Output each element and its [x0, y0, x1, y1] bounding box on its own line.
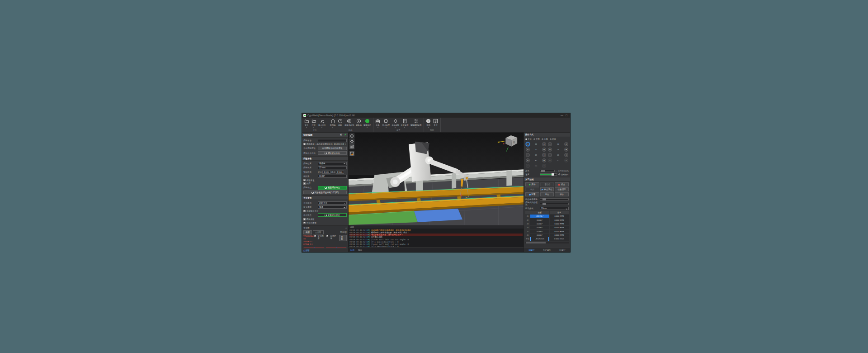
torch-mode-slider[interactable] — [540, 203, 569, 205]
tab-io-monitor[interactable]: IO监控 — [555, 249, 570, 251]
mode-tool[interactable]: 工具 — [542, 138, 548, 140]
toolbar-help-button[interactable]: ? 帮助 — [425, 118, 432, 129]
auto-extract-button[interactable]: 自动提取当前特征焊道 — [318, 147, 347, 150]
jog-plus-button[interactable]: + — [542, 158, 546, 162]
expand-icon[interactable]: ⛶ — [345, 226, 347, 229]
tab-pointcloud[interactable]: 点云图 — [313, 230, 324, 234]
toolbar-vision-status-button[interactable]: 视觉状态 — [363, 118, 372, 129]
task-lock-button[interactable]: 任务锁定 — [555, 187, 569, 191]
view-button[interactable]: 查看 — [339, 235, 347, 241]
confirm-icon[interactable]: ✓ — [344, 133, 347, 137]
tab-3d-view[interactable]: 3D视图 — [340, 231, 347, 234]
start-button[interactable]: 开始 — [525, 182, 539, 186]
toolbar-about-button[interactable]: 关于 — [432, 118, 439, 129]
motion-step-select[interactable]: 10mm — [540, 207, 569, 210]
single-step-button[interactable]: 单步 — [525, 187, 539, 191]
seam-length-input[interactable]: 25 mm — [318, 166, 347, 169]
log-lines[interactable]: 09/28 09:42:52[LM] 自动提取当前特征焊道成功，焊缝名称匹配成功… — [349, 229, 524, 247]
section-toggle-icon[interactable] — [303, 222, 306, 224]
start-direction-button[interactable]: 焊接起点方向 — [318, 151, 347, 155]
home-button[interactable]: 回零 — [525, 192, 539, 196]
checkbox-icon[interactable] — [303, 179, 306, 181]
seam-position-select[interactable]: 平焊缝 — [318, 162, 347, 165]
maximize-button[interactable]: □ — [564, 114, 569, 117]
jog-plus-button[interactable]: + — [542, 164, 546, 168]
locate-params-section-header[interactable]: 寻位参数 — [302, 196, 348, 200]
jog-minus-button[interactable]: − — [548, 148, 552, 152]
checkbox-icon[interactable] — [314, 235, 316, 237]
measure-button[interactable] — [349, 151, 354, 156]
jog-minus-button[interactable]: − — [526, 158, 530, 162]
slider-thumb[interactable] — [542, 203, 546, 205]
jog-plus-button[interactable]: + — [542, 153, 546, 157]
locate-mode-select[interactable]: 起始寻位 — [318, 201, 347, 205]
update-waypoints-button[interactable]: 更新焊接路点 — [318, 186, 347, 190]
jog-plus-button[interactable]: + — [564, 153, 568, 157]
reset-button[interactable]: 复位 — [540, 192, 554, 196]
collapsed-positioner-params[interactable]: 变位机参数 — [302, 222, 348, 224]
multi-pass-checkbox-row[interactable]: 多层多道 — [302, 179, 348, 181]
slider-thumb[interactable] — [542, 198, 546, 200]
speed-slider[interactable] — [540, 173, 557, 176]
jog-plus-button[interactable]: + — [542, 148, 546, 152]
jog-plus-button[interactable]: + — [542, 142, 546, 146]
tab-tcp-monitor[interactable]: TCP监控 — [539, 249, 555, 251]
collapsed-weld-params[interactable]: 焊接参数 — [302, 218, 348, 220]
toolbar-file-button[interactable]: 文件 — [303, 118, 310, 129]
pause-button[interactable]: 暂停 — [540, 182, 554, 186]
seam-name-input[interactable] — [318, 139, 347, 142]
weave-checkbox-row[interactable]: 摆焊 — [302, 182, 348, 185]
jog-minus-button[interactable]: − — [526, 164, 530, 168]
viewport-3d[interactable]: 前 — [349, 133, 524, 225]
jog-minus-button[interactable]: − — [548, 142, 552, 146]
sync-update-button[interactable]: 同步更新焊道编号“1/2”(F5) — [303, 191, 347, 194]
camera-view-button[interactable] — [349, 144, 354, 149]
mode-base[interactable]: 基座 — [550, 138, 556, 140]
camera-preview-left[interactable] — [303, 247, 325, 248]
toolbar-camera-button[interactable]: 相机 — [336, 118, 344, 129]
monitor-hscrollbar[interactable] — [525, 242, 569, 243]
toolbar-global-params-button[interactable]: 全局参数 — [391, 118, 400, 129]
toolbar-torch-button[interactable]: 焊枪器 — [355, 118, 363, 129]
joint-type-select[interactable]: 角缝 — [318, 205, 347, 209]
checkbox-icon[interactable] — [303, 210, 306, 212]
jog-plus-button[interactable]: + — [564, 148, 568, 152]
section-toggle-icon[interactable] — [303, 218, 306, 220]
slider-thumb[interactable] — [552, 173, 554, 176]
weld-params-section-header[interactable]: 焊缝参数 — [302, 156, 348, 161]
axis-position-value[interactable]: -3.525 mm — [530, 237, 549, 240]
mode-world[interactable]: 世界 — [533, 138, 540, 140]
step-slider[interactable] — [540, 170, 555, 172]
jog-minus-button[interactable]: − — [548, 158, 552, 162]
close-icon[interactable]: ✕ — [340, 133, 342, 137]
checkbox-icon[interactable] — [303, 143, 306, 145]
jog-plus-button[interactable]: + — [564, 142, 568, 146]
limit-locate-checkbox-row[interactable]: 多次限位寻位 — [302, 210, 348, 212]
toolbar-assist-params-button[interactable]: 编程辅助参数 — [410, 118, 423, 129]
jog-minus-button[interactable]: − — [548, 153, 552, 157]
toolbar-import-part-button[interactable]: 导入工件 — [317, 118, 327, 129]
jog-minus-button[interactable]: − — [526, 148, 530, 152]
preview-bottom-tab[interactable]: 点云图 — [302, 249, 348, 252]
toolbar-tools-button[interactable]: 工具 — [374, 118, 382, 129]
toolbar-torch-init-button[interactable]: 焊枪初始化 — [344, 118, 355, 129]
mode-joint[interactable]: 关节 — [525, 138, 532, 140]
toolbar-process-params-button[interactable]: 工艺参数 — [400, 118, 410, 129]
save-button[interactable]: 保存 — [555, 192, 569, 196]
scrollbar-thumb[interactable] — [526, 242, 546, 243]
tab-axis-monitor[interactable]: 轴监控 — [524, 249, 539, 251]
tab-snapshot[interactable]: 截图 — [303, 230, 312, 234]
jog-plus-button[interactable]: + — [564, 158, 568, 162]
jog-settings-button[interactable]: 点动设置 — [558, 173, 569, 176]
slider-thumb[interactable] — [541, 170, 545, 172]
update-locate-status-button[interactable]: 更新寻位状态 — [318, 213, 347, 217]
render-mode-button[interactable] — [349, 134, 354, 138]
checkbox-icon[interactable] — [303, 182, 306, 185]
seam-side-checkbox-row[interactable]: 焊缝两侧（选内侧则焊缝反向【内侧反向】） — [302, 143, 348, 145]
touch-locate-button[interactable]: 触点定位 — [540, 187, 554, 191]
toolbar-plc-button[interactable]: PLC设置 — [382, 118, 391, 129]
stop-button[interactable]: 停止 — [555, 182, 569, 186]
jog-minus-button[interactable]: − — [526, 153, 530, 157]
title-bar[interactable]: CyjoWeld(Demo Mode) [7.0.110.4] nut2.iW … — [302, 113, 570, 118]
tab-output[interactable]: 输出 — [358, 249, 362, 251]
